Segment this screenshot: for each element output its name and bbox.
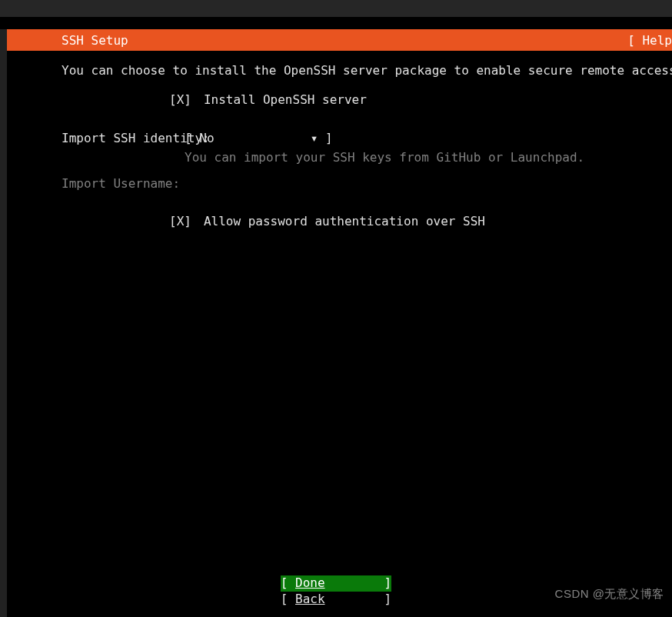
left-edge bbox=[0, 29, 7, 617]
done-button[interactable]: [ Done ] bbox=[281, 575, 392, 592]
install-openssh-checkbox[interactable]: [X] bbox=[169, 90, 191, 110]
window-top-bar bbox=[0, 0, 672, 17]
install-openssh-label: Install OpenSSH server bbox=[204, 90, 367, 110]
watermark: CSDN @无意义博客 bbox=[555, 587, 664, 602]
chevron-down-icon: ▾ bbox=[311, 131, 318, 145]
import-identity-value: No bbox=[199, 131, 214, 145]
header-bar: SSH Setup [ Help bbox=[0, 29, 672, 51]
gap-bar bbox=[0, 17, 672, 29]
import-username-label: Import Username: bbox=[62, 174, 185, 194]
import-identity-dropdown[interactable]: [ No ▾ ] bbox=[185, 128, 333, 148]
import-identity-hint: You can import your SSH keys from GitHub… bbox=[185, 148, 584, 168]
back-button[interactable]: [ Back ] bbox=[281, 592, 392, 608]
allow-password-label: Allow password authentication over SSH bbox=[204, 212, 485, 232]
allow-password-checkbox[interactable]: [X] bbox=[169, 212, 191, 232]
content-area: You can choose to install the OpenSSH se… bbox=[0, 51, 672, 232]
import-identity-label: Import SSH identity: bbox=[62, 128, 185, 148]
page-title: SSH Setup bbox=[0, 33, 128, 48]
intro-text: You can choose to install the OpenSSH se… bbox=[62, 63, 672, 78]
help-button[interactable]: [ Help bbox=[627, 33, 672, 48]
